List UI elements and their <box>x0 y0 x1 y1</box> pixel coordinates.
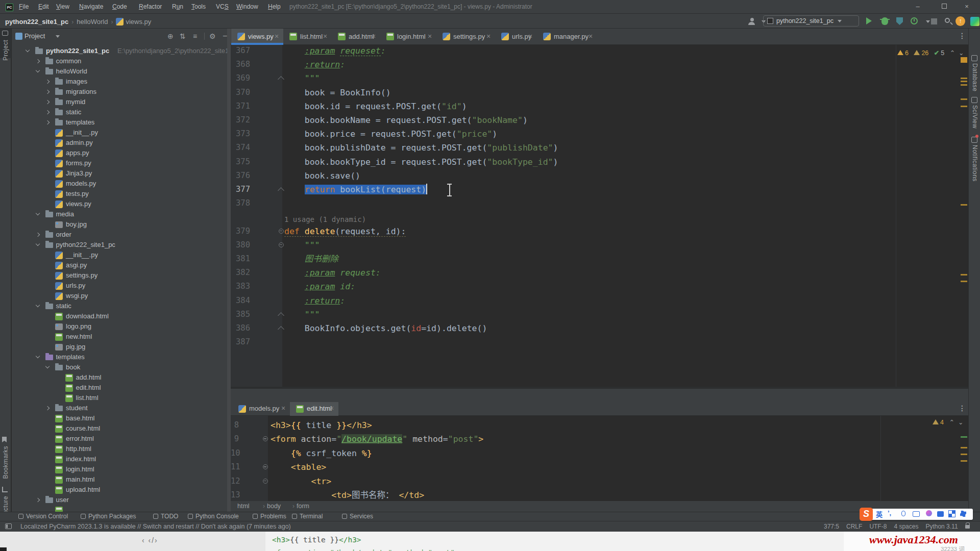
update-notification-icon[interactable]: ↑ <box>955 16 965 26</box>
tree-item-list.html[interactable]: list.html <box>12 393 227 403</box>
maximize-button[interactable] <box>934 0 954 14</box>
tree-item-wsgi.py[interactable]: wsgi.py <box>12 291 227 301</box>
tree-item-asgi.py[interactable]: asgi.py <box>12 260 227 270</box>
stop-button[interactable] <box>931 18 937 24</box>
search-everywhere-icon[interactable] <box>945 18 950 23</box>
error-stripe-mark[interactable] <box>961 454 967 455</box>
fold-marker-icon[interactable] <box>263 479 268 484</box>
tree-chevron-icon[interactable] <box>35 68 39 72</box>
ime-keyboard-icon[interactable] <box>913 511 920 517</box>
error-stripe-mark[interactable] <box>961 78 967 79</box>
breadcrumb-form[interactable]: form <box>297 501 309 512</box>
error-stripe-mark[interactable] <box>961 460 967 462</box>
tree-item-edit.html[interactable]: edit.html <box>12 383 227 393</box>
fold-marker-icon[interactable] <box>279 229 284 234</box>
error-stripe-mark[interactable] <box>961 204 967 206</box>
fold-marker-icon[interactable] <box>278 77 284 83</box>
fold-marker-icon[interactable] <box>278 326 284 333</box>
breadcrumb-body[interactable]: body <box>267 501 281 512</box>
structure-stripe-icon[interactable] <box>2 487 9 493</box>
tree-item-index.html[interactable]: index.html <box>12 454 227 464</box>
tree-item-download.html[interactable]: download.html <box>12 311 227 321</box>
tab-settings.py[interactable]: settings.py× <box>436 29 495 45</box>
tree-item-models.py[interactable]: models.py <box>12 179 227 189</box>
lock-icon[interactable] <box>965 523 977 530</box>
tree-item-common[interactable]: common <box>12 56 227 66</box>
tree-item-helloWorld[interactable]: helloWorld <box>12 66 227 77</box>
run-options-dropdown-icon[interactable] <box>926 20 930 23</box>
tree-item-python222_site1_pc[interactable]: python222_site1_pc <box>12 240 227 250</box>
error-stripe-mark[interactable] <box>961 436 967 438</box>
tree-chevron-icon[interactable] <box>45 80 50 84</box>
tree-item-python222_site1_pc[interactable]: python222_site1_pcE:\python\django5_2\py… <box>12 46 227 56</box>
error-stripe-mark[interactable] <box>961 106 967 107</box>
menu-edit[interactable]: Edit <box>38 0 49 14</box>
error-stripe-mark[interactable] <box>961 81 967 82</box>
stripe-bookmarks-label[interactable]: Bookmarks <box>2 446 9 479</box>
toolwindow-problems[interactable]: Problems <box>253 512 286 521</box>
menu-vcs[interactable]: VCS <box>216 0 229 14</box>
tab-close-icon[interactable]: × <box>428 29 432 44</box>
inspections-widget[interactable]: 4 ⌃⌄ <box>933 418 963 426</box>
tree-item-book[interactable]: book <box>12 362 227 372</box>
tree-chevron-icon[interactable] <box>35 303 39 307</box>
panel-splitter[interactable] <box>227 29 231 512</box>
tree-item-media[interactable]: media <box>12 209 227 219</box>
error-stripe-mark[interactable] <box>961 274 967 276</box>
fold-marker-icon[interactable] <box>279 242 284 247</box>
tree-item-course.html[interactable]: course.html <box>12 423 227 434</box>
tab-list.html[interactable]: list.html× <box>283 29 332 45</box>
stripe-sciview-label[interactable]: SciView <box>971 105 978 129</box>
hide-panel-icon[interactable]: − <box>223 32 227 40</box>
menu-code[interactable]: Code <box>112 0 127 14</box>
ime-mic-icon[interactable] <box>901 511 905 516</box>
tree-chevron-icon[interactable] <box>35 233 39 237</box>
toolwindow-todo[interactable]: TODO <box>153 512 178 521</box>
locate-file-icon[interactable]: ⊕ <box>167 32 174 40</box>
tree-item-upload.html[interactable]: upload.html <box>12 485 227 495</box>
error-stripe-mark[interactable] <box>961 57 967 63</box>
tree-chevron-icon[interactable] <box>45 90 50 94</box>
tab-views.py[interactable]: views.py× <box>231 29 283 45</box>
breadcrumb-html[interactable]: html <box>237 501 250 512</box>
tree-item-new.html[interactable]: new.html <box>12 332 227 342</box>
tab-close-icon[interactable]: × <box>323 29 327 44</box>
tree-item-order[interactable]: order <box>12 230 227 240</box>
tab-options-icon[interactable]: ⋮ <box>959 32 966 40</box>
caret-position[interactable]: 377:5 <box>824 523 839 530</box>
tab-manager.py[interactable]: manager.py× <box>537 29 597 45</box>
tree-item-__init__.py[interactable]: __init__.py <box>12 128 227 138</box>
tree-item-login.html[interactable]: login.html <box>12 464 227 474</box>
tree-item-tests.py[interactable]: tests.py <box>12 189 227 199</box>
minimize-button[interactable]: – <box>908 0 928 14</box>
tree-item-main.html[interactable]: main.html <box>12 474 227 485</box>
tab-close-icon[interactable]: × <box>528 29 532 44</box>
tree-item-forms.py[interactable]: forms.py <box>12 158 227 168</box>
menu-navigate[interactable]: Navigate <box>79 0 103 14</box>
error-stripe-mark[interactable] <box>961 281 967 282</box>
tree-item-views.py[interactable]: views.py <box>12 199 227 209</box>
toolwindow-terminal[interactable]: Terminal <box>292 512 323 521</box>
tab-close-icon[interactable]: × <box>275 29 279 44</box>
layout-icon[interactable] <box>5 523 12 529</box>
tree-item-static[interactable]: static <box>12 301 227 311</box>
ime-punctuation-toggle[interactable]: ’, <box>888 509 891 517</box>
tree-item-boy.jpg[interactable]: boy.jpg <box>12 219 227 230</box>
breadcrumb-item[interactable]: helloWorld <box>77 18 108 26</box>
fold-marker-icon[interactable] <box>263 436 268 441</box>
user-icon[interactable] <box>748 18 755 25</box>
tree-item-templates[interactable]: templates <box>12 352 227 362</box>
tree-item-urls.py[interactable]: urls.py <box>12 281 227 291</box>
menu-refactor[interactable]: Refactor <box>139 0 162 14</box>
error-stripe-mark[interactable] <box>961 447 967 448</box>
tree-item-Jinja3.py[interactable]: Jinja3.py <box>12 168 227 179</box>
stripe-database-label[interactable]: Database <box>971 63 978 91</box>
breadcrumb-item[interactable]: views.py <box>126 18 151 26</box>
tree-item-migrations[interactable]: migrations <box>12 87 227 97</box>
tree-item-student[interactable]: student <box>12 403 227 413</box>
stripe-project-label[interactable]: Project <box>2 40 9 61</box>
menu-tools[interactable]: Tools <box>191 0 206 14</box>
toolwindow-python-packages[interactable]: Python Packages <box>81 512 136 521</box>
sciview-stripe-icon[interactable] <box>971 97 977 103</box>
run-with-coverage-button[interactable] <box>911 17 918 24</box>
